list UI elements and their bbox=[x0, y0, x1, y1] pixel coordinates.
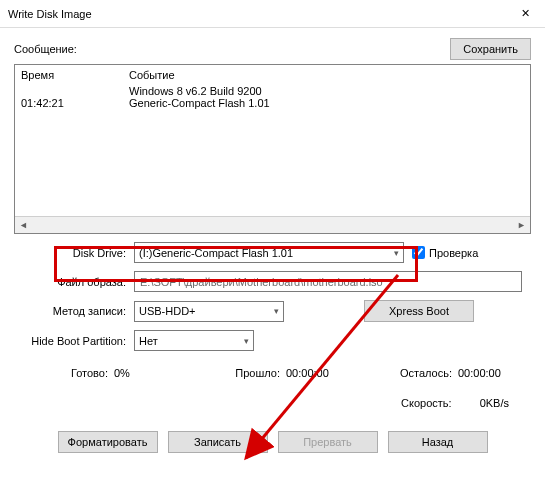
save-button[interactable]: Сохранить bbox=[450, 38, 531, 60]
log-col-event: Событие bbox=[129, 69, 524, 81]
chevron-down-icon: ▾ bbox=[394, 248, 399, 258]
scroll-left-icon[interactable]: ◄ bbox=[15, 217, 32, 233]
log-cell-event: Windows 8 v6.2 Build 9200 bbox=[129, 85, 524, 97]
format-button[interactable]: Форматировать bbox=[58, 431, 158, 453]
write-method-value: USB-HDD+ bbox=[139, 305, 196, 317]
titlebar: Write Disk Image ✕ bbox=[0, 0, 545, 28]
chevron-down-icon: ▾ bbox=[244, 336, 249, 346]
image-file-input[interactable] bbox=[134, 271, 522, 292]
status-speed-value: 0KB/s bbox=[480, 397, 509, 409]
status-speed-label: Скорость: bbox=[401, 397, 452, 409]
hide-boot-label: Hide Boot Partition: bbox=[14, 335, 134, 347]
write-button[interactable]: Записать bbox=[168, 431, 268, 453]
disk-drive-select[interactable]: (I:)Generic-Compact Flash 1.01 ▾ bbox=[134, 242, 404, 263]
chevron-down-icon: ▾ bbox=[274, 306, 279, 316]
status-ready-label: Готово: bbox=[14, 367, 114, 379]
close-button[interactable]: ✕ bbox=[505, 0, 545, 28]
image-file-label: Файл образа: bbox=[14, 276, 134, 288]
horizontal-scrollbar[interactable]: ◄ ► bbox=[15, 216, 530, 233]
message-label: Сообщение: bbox=[14, 43, 77, 55]
write-method-label: Метод записи: bbox=[14, 305, 134, 317]
status-elapsed-label: Прошло: bbox=[186, 367, 286, 379]
window-title: Write Disk Image bbox=[8, 8, 92, 20]
abort-button[interactable]: Прервать bbox=[278, 431, 378, 453]
disk-drive-label: Disk Drive: bbox=[14, 247, 134, 259]
verify-label: Проверка bbox=[429, 247, 478, 259]
hide-boot-select[interactable]: Нет ▾ bbox=[134, 330, 254, 351]
log-cell-event: Generic-Compact Flash 1.01 bbox=[129, 97, 524, 109]
hide-boot-value: Нет bbox=[139, 335, 158, 347]
log-panel: Время Событие Windows 8 v6.2 Build 9200 … bbox=[14, 64, 531, 234]
status-remain-value: 00:00:00 bbox=[458, 367, 530, 379]
log-cell-time: 01:42:21 bbox=[21, 97, 129, 109]
xpress-boot-button[interactable]: Xpress Boot bbox=[364, 300, 474, 322]
scroll-right-icon[interactable]: ► bbox=[513, 217, 530, 233]
write-method-select[interactable]: USB-HDD+ ▾ bbox=[134, 301, 284, 322]
verify-checkbox[interactable] bbox=[412, 246, 425, 259]
back-button[interactable]: Назад bbox=[388, 431, 488, 453]
disk-drive-value: (I:)Generic-Compact Flash 1.01 bbox=[139, 247, 293, 259]
close-icon: ✕ bbox=[521, 7, 530, 20]
scroll-track[interactable] bbox=[32, 217, 513, 233]
status-elapsed-value: 00:00:00 bbox=[286, 367, 358, 379]
status-remain-label: Осталось: bbox=[358, 367, 458, 379]
status-ready-value: 0% bbox=[114, 367, 186, 379]
log-col-time: Время bbox=[21, 69, 129, 81]
